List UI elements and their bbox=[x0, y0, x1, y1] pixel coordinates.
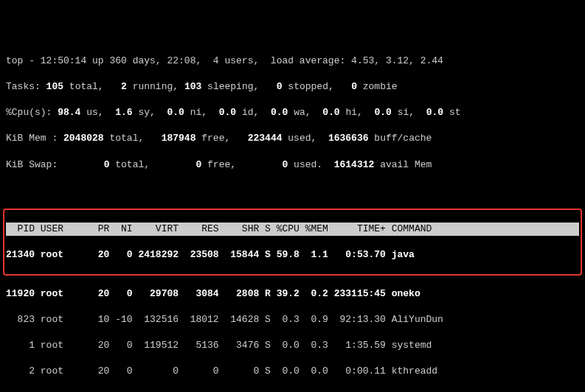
highlighted-process-box: PID USER PR NI VIRT RES SHR S %CPU %MEM … bbox=[3, 209, 582, 276]
summary-swap: KiB Swap: 0 total, 0 free, 0 used. 16143… bbox=[6, 158, 579, 172]
process-table-header: PID USER PR NI VIRT RES SHR S %CPU %MEM … bbox=[6, 223, 579, 236]
process-row[interactable]: 823 root 10 -10 132516 18012 14628 S 0.3… bbox=[6, 313, 579, 326]
process-row[interactable]: 1 root 20 0 119512 5136 3476 S 0.0 0.3 1… bbox=[6, 339, 579, 352]
process-row-java[interactable]: 21340 root 20 0 2418292 23508 15844 S 59… bbox=[6, 248, 579, 262]
summary-tasks: Tasks: 105 total, 2 running, 103 sleepin… bbox=[6, 80, 579, 94]
process-row[interactable]: 2 root 20 0 0 0 0 S 0.0 0.0 0:00.11 kthr… bbox=[6, 365, 579, 378]
blank-line bbox=[6, 184, 579, 197]
process-row[interactable]: 11920 root 20 0 29708 3084 2808 R 39.2 0… bbox=[6, 287, 579, 301]
summary-uptime: top - 12:50:14 up 360 days, 22:08, 4 use… bbox=[6, 55, 579, 68]
summary-cpu: %Cpu(s): 98.4 us, 1.6 sy, 0.0 ni, 0.0 id… bbox=[6, 106, 579, 119]
summary-mem: KiB Mem : 2048028 total, 187948 free, 22… bbox=[6, 132, 579, 145]
